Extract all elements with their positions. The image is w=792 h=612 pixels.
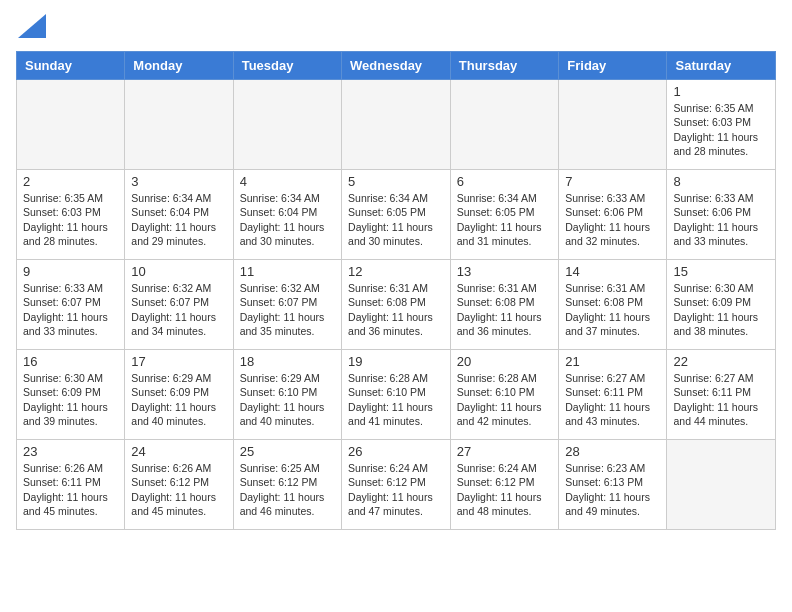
calendar-day-cell: 1Sunrise: 6:35 AM Sunset: 6:03 PM Daylig… — [667, 80, 776, 170]
day-number: 23 — [23, 444, 118, 459]
calendar-day-cell: 5Sunrise: 6:34 AM Sunset: 6:05 PM Daylig… — [342, 170, 451, 260]
day-info: Sunrise: 6:31 AM Sunset: 6:08 PM Dayligh… — [348, 281, 444, 338]
day-number: 3 — [131, 174, 226, 189]
calendar-week-row: 23Sunrise: 6:26 AM Sunset: 6:11 PM Dayli… — [17, 440, 776, 530]
day-info: Sunrise: 6:35 AM Sunset: 6:03 PM Dayligh… — [23, 191, 118, 248]
day-number: 8 — [673, 174, 769, 189]
calendar-day-cell: 11Sunrise: 6:32 AM Sunset: 6:07 PM Dayli… — [233, 260, 341, 350]
day-number: 10 — [131, 264, 226, 279]
day-info: Sunrise: 6:29 AM Sunset: 6:09 PM Dayligh… — [131, 371, 226, 428]
calendar-table: SundayMondayTuesdayWednesdayThursdayFrid… — [16, 51, 776, 530]
day-number: 26 — [348, 444, 444, 459]
day-number: 18 — [240, 354, 335, 369]
calendar-day-cell: 14Sunrise: 6:31 AM Sunset: 6:08 PM Dayli… — [559, 260, 667, 350]
day-number: 24 — [131, 444, 226, 459]
calendar-day-cell: 3Sunrise: 6:34 AM Sunset: 6:04 PM Daylig… — [125, 170, 233, 260]
day-number: 28 — [565, 444, 660, 459]
day-info: Sunrise: 6:26 AM Sunset: 6:11 PM Dayligh… — [23, 461, 118, 518]
calendar-day-cell: 23Sunrise: 6:26 AM Sunset: 6:11 PM Dayli… — [17, 440, 125, 530]
day-number: 25 — [240, 444, 335, 459]
day-info: Sunrise: 6:31 AM Sunset: 6:08 PM Dayligh… — [565, 281, 660, 338]
day-info: Sunrise: 6:32 AM Sunset: 6:07 PM Dayligh… — [131, 281, 226, 338]
calendar-header-row: SundayMondayTuesdayWednesdayThursdayFrid… — [17, 52, 776, 80]
logo-icon — [18, 14, 46, 38]
weekday-header: Saturday — [667, 52, 776, 80]
day-number: 7 — [565, 174, 660, 189]
day-info: Sunrise: 6:24 AM Sunset: 6:12 PM Dayligh… — [457, 461, 553, 518]
calendar-day-cell: 24Sunrise: 6:26 AM Sunset: 6:12 PM Dayli… — [125, 440, 233, 530]
weekday-header: Sunday — [17, 52, 125, 80]
day-info: Sunrise: 6:35 AM Sunset: 6:03 PM Dayligh… — [673, 101, 769, 158]
day-info: Sunrise: 6:28 AM Sunset: 6:10 PM Dayligh… — [457, 371, 553, 428]
calendar-day-cell: 15Sunrise: 6:30 AM Sunset: 6:09 PM Dayli… — [667, 260, 776, 350]
day-info: Sunrise: 6:34 AM Sunset: 6:04 PM Dayligh… — [240, 191, 335, 248]
calendar-day-cell: 13Sunrise: 6:31 AM Sunset: 6:08 PM Dayli… — [450, 260, 559, 350]
calendar-day-cell: 21Sunrise: 6:27 AM Sunset: 6:11 PM Dayli… — [559, 350, 667, 440]
day-number: 9 — [23, 264, 118, 279]
calendar-week-row: 1Sunrise: 6:35 AM Sunset: 6:03 PM Daylig… — [17, 80, 776, 170]
day-info: Sunrise: 6:24 AM Sunset: 6:12 PM Dayligh… — [348, 461, 444, 518]
calendar-day-cell: 9Sunrise: 6:33 AM Sunset: 6:07 PM Daylig… — [17, 260, 125, 350]
weekday-header: Monday — [125, 52, 233, 80]
day-number: 12 — [348, 264, 444, 279]
day-info: Sunrise: 6:34 AM Sunset: 6:05 PM Dayligh… — [457, 191, 553, 248]
calendar-day-cell: 16Sunrise: 6:30 AM Sunset: 6:09 PM Dayli… — [17, 350, 125, 440]
day-number: 6 — [457, 174, 553, 189]
day-info: Sunrise: 6:33 AM Sunset: 6:07 PM Dayligh… — [23, 281, 118, 338]
calendar-week-row: 9Sunrise: 6:33 AM Sunset: 6:07 PM Daylig… — [17, 260, 776, 350]
day-info: Sunrise: 6:27 AM Sunset: 6:11 PM Dayligh… — [673, 371, 769, 428]
calendar-day-cell — [667, 440, 776, 530]
day-number: 15 — [673, 264, 769, 279]
calendar-day-cell: 20Sunrise: 6:28 AM Sunset: 6:10 PM Dayli… — [450, 350, 559, 440]
weekday-header: Tuesday — [233, 52, 341, 80]
calendar-day-cell: 6Sunrise: 6:34 AM Sunset: 6:05 PM Daylig… — [450, 170, 559, 260]
calendar-day-cell: 4Sunrise: 6:34 AM Sunset: 6:04 PM Daylig… — [233, 170, 341, 260]
logo — [16, 16, 46, 43]
day-info: Sunrise: 6:34 AM Sunset: 6:04 PM Dayligh… — [131, 191, 226, 248]
calendar-day-cell — [450, 80, 559, 170]
calendar-day-cell: 7Sunrise: 6:33 AM Sunset: 6:06 PM Daylig… — [559, 170, 667, 260]
calendar-day-cell: 26Sunrise: 6:24 AM Sunset: 6:12 PM Dayli… — [342, 440, 451, 530]
day-number: 14 — [565, 264, 660, 279]
day-number: 22 — [673, 354, 769, 369]
calendar-day-cell: 25Sunrise: 6:25 AM Sunset: 6:12 PM Dayli… — [233, 440, 341, 530]
day-number: 13 — [457, 264, 553, 279]
calendar-week-row: 16Sunrise: 6:30 AM Sunset: 6:09 PM Dayli… — [17, 350, 776, 440]
day-info: Sunrise: 6:32 AM Sunset: 6:07 PM Dayligh… — [240, 281, 335, 338]
calendar-day-cell — [17, 80, 125, 170]
calendar-day-cell — [125, 80, 233, 170]
day-info: Sunrise: 6:30 AM Sunset: 6:09 PM Dayligh… — [673, 281, 769, 338]
day-number: 19 — [348, 354, 444, 369]
weekday-header: Friday — [559, 52, 667, 80]
day-info: Sunrise: 6:26 AM Sunset: 6:12 PM Dayligh… — [131, 461, 226, 518]
calendar-week-row: 2Sunrise: 6:35 AM Sunset: 6:03 PM Daylig… — [17, 170, 776, 260]
calendar-day-cell: 18Sunrise: 6:29 AM Sunset: 6:10 PM Dayli… — [233, 350, 341, 440]
logo-text — [16, 16, 46, 43]
calendar-day-cell: 19Sunrise: 6:28 AM Sunset: 6:10 PM Dayli… — [342, 350, 451, 440]
day-number: 20 — [457, 354, 553, 369]
calendar-day-cell — [233, 80, 341, 170]
day-info: Sunrise: 6:30 AM Sunset: 6:09 PM Dayligh… — [23, 371, 118, 428]
calendar-day-cell: 28Sunrise: 6:23 AM Sunset: 6:13 PM Dayli… — [559, 440, 667, 530]
calendar-day-cell: 2Sunrise: 6:35 AM Sunset: 6:03 PM Daylig… — [17, 170, 125, 260]
day-number: 27 — [457, 444, 553, 459]
calendar-day-cell: 12Sunrise: 6:31 AM Sunset: 6:08 PM Dayli… — [342, 260, 451, 350]
calendar-day-cell — [559, 80, 667, 170]
day-number: 16 — [23, 354, 118, 369]
day-number: 4 — [240, 174, 335, 189]
calendar-day-cell: 17Sunrise: 6:29 AM Sunset: 6:09 PM Dayli… — [125, 350, 233, 440]
page-header — [16, 16, 776, 43]
day-info: Sunrise: 6:23 AM Sunset: 6:13 PM Dayligh… — [565, 461, 660, 518]
day-number: 11 — [240, 264, 335, 279]
svg-marker-0 — [18, 14, 46, 38]
calendar-day-cell — [342, 80, 451, 170]
day-info: Sunrise: 6:25 AM Sunset: 6:12 PM Dayligh… — [240, 461, 335, 518]
day-info: Sunrise: 6:34 AM Sunset: 6:05 PM Dayligh… — [348, 191, 444, 248]
calendar-day-cell: 8Sunrise: 6:33 AM Sunset: 6:06 PM Daylig… — [667, 170, 776, 260]
calendar-day-cell: 27Sunrise: 6:24 AM Sunset: 6:12 PM Dayli… — [450, 440, 559, 530]
day-info: Sunrise: 6:33 AM Sunset: 6:06 PM Dayligh… — [673, 191, 769, 248]
weekday-header: Thursday — [450, 52, 559, 80]
day-number: 2 — [23, 174, 118, 189]
calendar-day-cell: 10Sunrise: 6:32 AM Sunset: 6:07 PM Dayli… — [125, 260, 233, 350]
day-number: 5 — [348, 174, 444, 189]
